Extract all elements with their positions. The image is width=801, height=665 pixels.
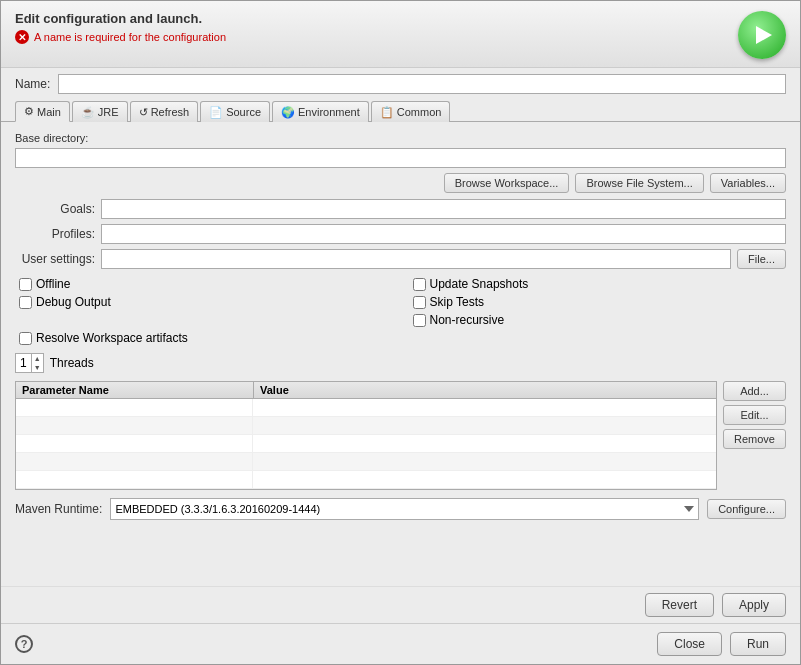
update-snapshots-checkbox[interactable] (413, 278, 426, 291)
jre-tab-icon: ☕ (81, 106, 95, 119)
param-value-header: Value (254, 382, 716, 398)
skip-tests-checkbox-item: Skip Tests (413, 295, 787, 309)
header-left: Edit configuration and launch. ✕ A name … (15, 11, 226, 44)
base-directory-label: Base directory: (15, 132, 786, 144)
goals-input[interactable] (101, 199, 786, 219)
error-message-row: ✕ A name is required for the configurati… (15, 30, 226, 44)
checkbox-grid: Offline Update Snapshots Debug Output Sk… (19, 277, 786, 327)
user-settings-input[interactable] (101, 249, 731, 269)
offline-label: Offline (36, 277, 70, 291)
param-table-header: Parameter Name Value (16, 382, 716, 399)
parameter-table-container: Parameter Name Value Add... Edit... Remo… (15, 381, 786, 490)
update-snapshots-label: Update Snapshots (430, 277, 529, 291)
name-row: Name: (1, 68, 800, 100)
profiles-label: Profiles: (15, 227, 95, 241)
table-buttons: Add... Edit... Remove (723, 381, 786, 490)
revert-button[interactable]: Revert (645, 593, 714, 617)
param-name-header: Parameter Name (16, 382, 254, 398)
threads-label: Threads (50, 356, 94, 370)
tab-environment[interactable]: 🌍 Environment (272, 101, 369, 122)
footer-left: ? (15, 635, 33, 653)
tab-refresh[interactable]: ↺ Refresh (130, 101, 199, 122)
table-row (16, 471, 716, 489)
edit-button[interactable]: Edit... (723, 405, 786, 425)
main-tab-icon: ⚙ (24, 105, 34, 118)
help-icon[interactable]: ? (15, 635, 33, 653)
parameter-table: Parameter Name Value (15, 381, 717, 490)
tab-jre[interactable]: ☕ JRE (72, 101, 128, 122)
name-input[interactable] (58, 74, 786, 94)
profiles-input[interactable] (101, 224, 786, 244)
source-tab-icon: 📄 (209, 106, 223, 119)
non-recursive-checkbox-item: Non-recursive (413, 313, 787, 327)
tab-environment-label: Environment (298, 106, 360, 118)
apply-button[interactable]: Apply (722, 593, 786, 617)
base-directory-section: Base directory: Browse Workspace... Brow… (15, 132, 786, 193)
dialog-header: Edit configuration and launch. ✕ A name … (1, 1, 800, 68)
resolve-workspace-checkbox-item: Resolve Workspace artifacts (19, 331, 786, 345)
tab-main[interactable]: ⚙ Main (15, 101, 70, 122)
name-label: Name: (15, 77, 50, 91)
close-button[interactable]: Close (657, 632, 722, 656)
debug-output-label: Debug Output (36, 295, 111, 309)
remove-button[interactable]: Remove (723, 429, 786, 449)
add-button[interactable]: Add... (723, 381, 786, 401)
threads-up-arrow[interactable]: ▲ (32, 354, 43, 363)
error-text: A name is required for the configuration (34, 31, 226, 43)
main-content-area: Base directory: Browse Workspace... Brow… (1, 122, 800, 586)
browse-workspace-button[interactable]: Browse Workspace... (444, 173, 570, 193)
maven-runtime-select[interactable]: EMBEDDED (3.3.3/1.6.3.20160209-1444) (110, 498, 699, 520)
table-row (16, 435, 716, 453)
debug-output-checkbox-item: Debug Output (19, 295, 393, 309)
user-settings-row: User settings: File... (15, 249, 786, 269)
base-directory-input[interactable] (15, 148, 786, 168)
tab-main-label: Main (37, 106, 61, 118)
offline-checkbox[interactable] (19, 278, 32, 291)
non-recursive-checkbox[interactable] (413, 314, 426, 327)
tab-common[interactable]: 📋 Common (371, 101, 451, 122)
resolve-workspace-checkbox[interactable] (19, 332, 32, 345)
configure-button[interactable]: Configure... (707, 499, 786, 519)
run-footer-button[interactable]: Run (730, 632, 786, 656)
tab-common-label: Common (397, 106, 442, 118)
tab-source[interactable]: 📄 Source (200, 101, 270, 122)
environment-tab-icon: 🌍 (281, 106, 295, 119)
maven-runtime-label: Maven Runtime: (15, 502, 102, 516)
variables-button[interactable]: Variables... (710, 173, 786, 193)
skip-tests-label: Skip Tests (430, 295, 484, 309)
browse-filesystem-button[interactable]: Browse File System... (575, 173, 703, 193)
threads-spinner: 1 ▲ ▼ (15, 353, 44, 373)
tab-refresh-label: Refresh (151, 106, 190, 118)
dialog: Edit configuration and launch. ✕ A name … (0, 0, 801, 665)
tabs-bar: ⚙ Main ☕ JRE ↺ Refresh 📄 Source 🌍 Enviro… (1, 100, 800, 122)
user-settings-label: User settings: (15, 252, 95, 266)
maven-runtime-row: Maven Runtime: EMBEDDED (3.3.3/1.6.3.201… (15, 498, 786, 520)
goals-label: Goals: (15, 202, 95, 216)
goals-row: Goals: (15, 199, 786, 219)
table-row (16, 417, 716, 435)
dialog-title: Edit configuration and launch. (15, 11, 226, 26)
tab-jre-label: JRE (98, 106, 119, 118)
base-directory-buttons: Browse Workspace... Browse File System..… (15, 173, 786, 193)
footer-right: Close Run (657, 632, 786, 656)
threads-value: 1 (16, 354, 32, 372)
run-button[interactable] (738, 11, 786, 59)
offline-checkbox-item: Offline (19, 277, 393, 291)
threads-row: 1 ▲ ▼ Threads (15, 353, 786, 373)
file-button[interactable]: File... (737, 249, 786, 269)
footer: ? Close Run (1, 623, 800, 664)
debug-output-checkbox[interactable] (19, 296, 32, 309)
table-row (16, 399, 716, 417)
table-row (16, 453, 716, 471)
spinner-arrows: ▲ ▼ (32, 354, 43, 372)
skip-tests-checkbox[interactable] (413, 296, 426, 309)
tab-source-label: Source (226, 106, 261, 118)
non-recursive-label: Non-recursive (430, 313, 505, 327)
action-row: Revert Apply (1, 586, 800, 623)
profiles-row: Profiles: (15, 224, 786, 244)
update-snapshots-checkbox-item: Update Snapshots (413, 277, 787, 291)
threads-down-arrow[interactable]: ▼ (32, 363, 43, 372)
resolve-workspace-label: Resolve Workspace artifacts (36, 331, 188, 345)
common-tab-icon: 📋 (380, 106, 394, 119)
error-icon: ✕ (15, 30, 29, 44)
